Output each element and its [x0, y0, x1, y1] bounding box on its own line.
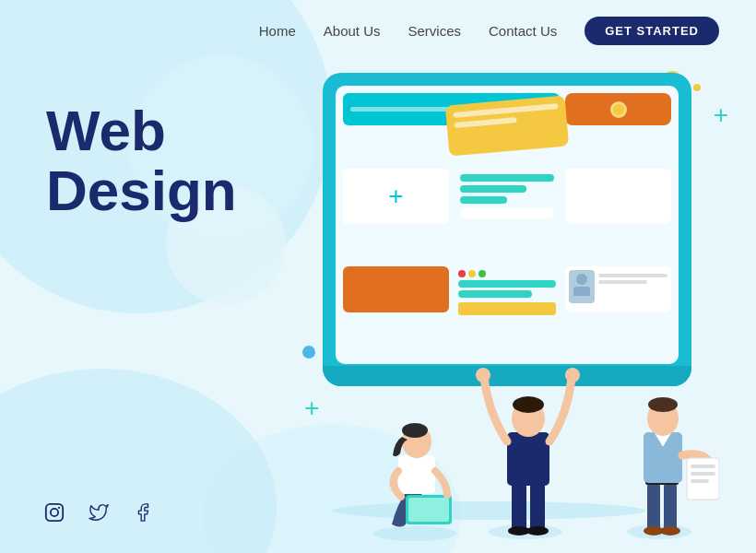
ui-orange-square-top — [565, 93, 671, 125]
teal-line-1 — [460, 174, 555, 182]
teal-line-3 — [460, 196, 507, 204]
svg-point-15 — [513, 396, 544, 413]
svg-rect-26 — [691, 465, 715, 468]
hero-left-panel: Web Design — [0, 45, 295, 220]
social-icons — [41, 500, 156, 525]
svg-rect-27 — [691, 472, 715, 476]
ui-teal-lines — [455, 169, 561, 262]
svg-rect-11 — [507, 432, 549, 486]
svg-point-13 — [565, 368, 580, 382]
svg-rect-25 — [687, 458, 719, 500]
svg-rect-29 — [46, 504, 63, 521]
svg-point-31 — [58, 507, 60, 509]
svg-point-10 — [526, 526, 549, 535]
ui-orange-rect — [343, 266, 449, 312]
ui-yellow-sm — [458, 302, 557, 315]
float-card-line-2 — [454, 117, 517, 128]
svg-rect-8 — [530, 483, 545, 531]
hero-section: Web Design + + + — [0, 45, 756, 543]
svg-rect-17 — [647, 483, 660, 531]
nav-home[interactable]: Home — [259, 23, 296, 39]
teal-line-b2 — [458, 290, 532, 298]
nav-about[interactable]: About Us — [324, 23, 381, 39]
svg-rect-28 — [691, 479, 709, 483]
svg-rect-5 — [408, 498, 449, 522]
instagram-icon[interactable] — [41, 500, 67, 525]
float-yellow-card — [445, 95, 569, 156]
ui-white-card-r — [565, 169, 671, 224]
facebook-icon[interactable] — [130, 500, 156, 525]
hero-title: Web Design — [46, 100, 295, 220]
get-started-button[interactable]: GET STARTED — [585, 17, 719, 45]
deco-plus-right: + — [714, 100, 728, 130]
svg-rect-7 — [512, 483, 526, 531]
deco-dot-gold — [693, 84, 701, 91]
teal-line-b1 — [458, 280, 557, 288]
svg-rect-18 — [664, 483, 677, 531]
navbar: Home About Us Services Contact Us GET ST… — [0, 0, 756, 45]
teal-line-2 — [460, 185, 526, 193]
people-illustration — [323, 322, 719, 543]
ui-white-sm — [460, 207, 555, 218]
svg-rect-1 — [398, 455, 435, 494]
svg-point-12 — [476, 368, 490, 382]
deco-dot-blue — [302, 346, 315, 359]
float-card-line-1 — [454, 103, 559, 118]
svg-point-20 — [660, 526, 680, 535]
svg-point-0 — [373, 526, 456, 541]
ui-white-plus-card: + — [343, 169, 449, 224]
svg-point-3 — [402, 423, 428, 438]
ui-profile-card — [565, 266, 671, 312]
svg-point-24 — [648, 397, 678, 412]
twitter-icon[interactable] — [86, 500, 112, 525]
deco-plus-left: + — [304, 394, 319, 423]
hero-illustration: + + + — [295, 45, 756, 543]
plus-icon: + — [388, 183, 403, 209]
nav-services[interactable]: Services — [408, 23, 462, 39]
nav-contact[interactable]: Contact Us — [489, 23, 557, 39]
svg-point-30 — [51, 509, 58, 516]
